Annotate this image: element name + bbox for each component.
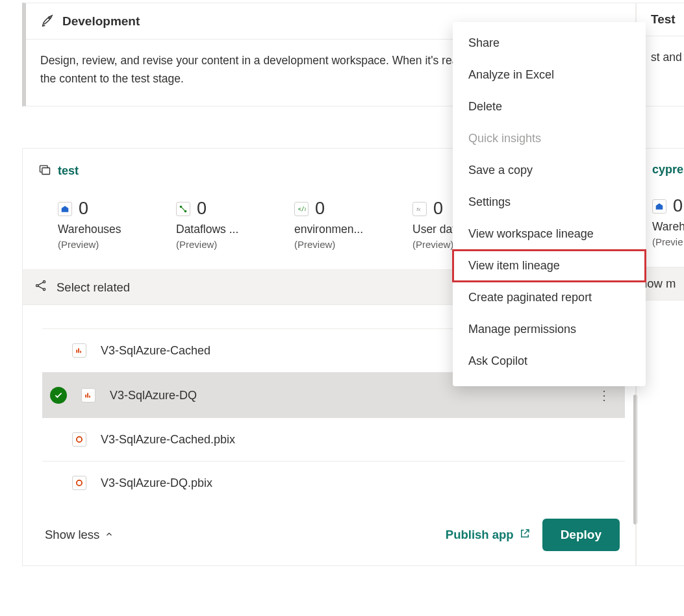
svg-rect-14 [87,393,88,398]
menu-item-ask-copilot[interactable]: Ask Copilot [453,345,646,377]
item-name: V3-SqlAzure-Cached.pbix [101,433,235,447]
item-name: V3-SqlAzure-DQ [110,389,197,402]
svg-rect-10 [76,350,77,353]
chevron-up-icon [105,528,114,542]
svg-point-0 [48,17,50,19]
show-less-toggle[interactable]: Show less [45,528,114,542]
show-more-link[interactable]: how m [640,277,676,291]
report-icon [72,343,86,358]
menu-item-settings[interactable]: Settings [453,186,646,218]
publish-app-link[interactable]: Publish app [446,528,531,543]
workspace-icon [38,163,51,179]
menu-item-save-a-copy[interactable]: Save a copy [453,154,646,186]
item-name: V3-SqlAzure-Cached [101,344,210,358]
menu-item-view-workspace-lineage[interactable]: View workspace lineage [453,218,646,250]
deploy-button[interactable]: Deploy [542,519,620,551]
svg-rect-12 [80,351,81,353]
environment-icon: </> [294,202,309,216]
pbix-icon [72,476,86,490]
menu-item-quick-insights: Quick insights [453,123,646,154]
context-menu: ShareAnalyze in ExcelDeleteQuick insight… [453,22,646,386]
stat-warehouses[interactable]: 0 Warehouses (Preview) [58,199,173,250]
warehouse-icon [652,199,666,214]
pbix-icon [72,432,86,447]
warehouse-icon [58,202,72,216]
svg-rect-13 [85,395,86,398]
menu-item-share[interactable]: Share [453,27,646,59]
svg-point-9 [43,288,45,290]
svg-point-17 [77,480,82,486]
menu-item-delete[interactable]: Delete [453,91,646,123]
svg-point-8 [43,281,45,283]
item-name: V3-SqlAzure-DQ.pbix [101,476,212,490]
related-icon [34,279,47,295]
workspace-name-dev[interactable]: test [58,164,79,178]
menu-item-analyze-in-excel[interactable]: Analyze in Excel [453,59,646,91]
dataflow-icon [176,202,190,216]
svg-point-7 [36,284,38,286]
rocket-icon [40,12,55,30]
list-item[interactable]: V3-SqlAzure-DQ.pbix [42,462,625,504]
menu-item-create-paginated-report[interactable]: Create paginated report [453,282,646,314]
external-link-icon [519,528,531,543]
svg-point-16 [77,437,82,442]
stat-environment[interactable]: </>0 environmen... (Preview) [294,199,410,250]
userdata-icon: fx [412,202,427,216]
menu-item-manage-permissions[interactable]: Manage permissions [453,314,646,345]
svg-text:</>: </> [298,205,306,212]
report-icon [81,388,95,402]
stage-title-dev: Development [62,14,140,29]
workspace-name-test[interactable]: cypres [652,163,684,177]
list-item[interactable]: V3-SqlAzure-Cached.pbix [42,418,625,462]
stat-warehouses-test[interactable]: 0 Wareh (Previe [652,196,684,247]
stat-dataflows[interactable]: 0 Dataflows ... (Preview) [176,199,292,250]
svg-rect-15 [89,396,90,398]
svg-rect-11 [78,349,79,353]
svg-rect-2 [42,168,50,175]
menu-item-view-item-lineage[interactable]: View item lineage [453,250,646,282]
svg-text:fx: fx [416,206,421,212]
stage-title-test: Test [651,12,676,27]
select-related-label[interactable]: Select related [57,280,130,295]
more-icon[interactable]: ⋮ [598,388,611,403]
check-icon[interactable] [50,387,67,404]
